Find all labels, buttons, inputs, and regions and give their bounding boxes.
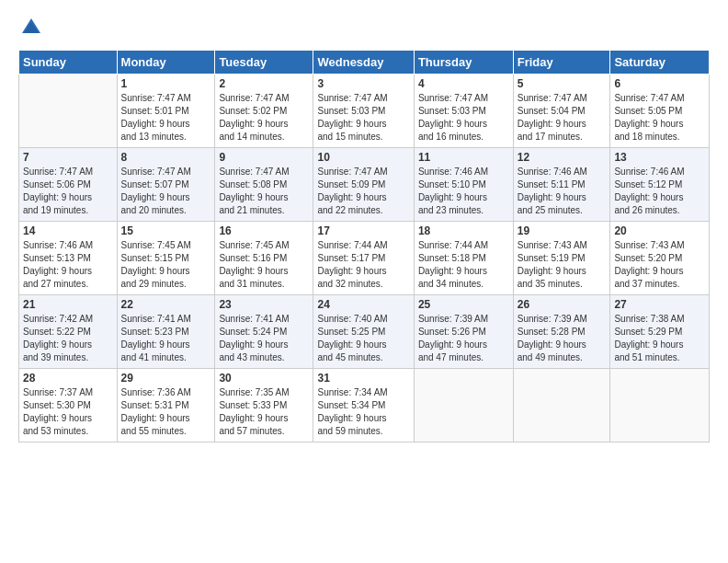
day-number: 7	[23, 151, 113, 164]
day-info: Sunrise: 7:35 AMSunset: 5:33 PMDaylight:…	[219, 386, 309, 438]
calendar-cell: 31Sunrise: 7:34 AMSunset: 5:34 PMDayligh…	[313, 369, 414, 442]
day-info: Sunrise: 7:39 AMSunset: 5:28 PMDaylight:…	[518, 313, 607, 364]
day-info: Sunrise: 7:47 AMSunset: 5:04 PMDaylight:…	[518, 92, 607, 144]
day-info: Sunrise: 7:47 AMSunset: 5:01 PMDaylight:…	[121, 92, 211, 144]
day-number: 4	[418, 77, 509, 90]
calendar-header-wednesday: Wednesday	[313, 51, 414, 75]
day-info: Sunrise: 7:34 AMSunset: 5:34 PMDaylight:…	[317, 386, 409, 438]
day-info: Sunrise: 7:47 AMSunset: 5:07 PMDaylight:…	[121, 166, 211, 217]
calendar-cell: 3Sunrise: 7:47 AMSunset: 5:03 PMDaylight…	[313, 75, 414, 148]
day-number: 12	[518, 151, 607, 164]
calendar-cell: 2Sunrise: 7:47 AMSunset: 5:02 PMDaylight…	[215, 75, 313, 148]
day-info: Sunrise: 7:47 AMSunset: 5:03 PMDaylight:…	[317, 92, 409, 144]
calendar-cell: 29Sunrise: 7:36 AMSunset: 5:31 PMDayligh…	[117, 369, 215, 442]
calendar-cell: 12Sunrise: 7:46 AMSunset: 5:11 PMDayligh…	[513, 148, 610, 222]
calendar-header-monday: Monday	[117, 51, 215, 75]
day-number: 5	[518, 77, 607, 90]
calendar-cell: 11Sunrise: 7:46 AMSunset: 5:10 PMDayligh…	[414, 148, 513, 222]
day-number: 31	[317, 372, 409, 385]
day-info: Sunrise: 7:46 AMSunset: 5:12 PMDaylight:…	[614, 166, 705, 217]
calendar-cell: 9Sunrise: 7:47 AMSunset: 5:08 PMDaylight…	[215, 148, 313, 222]
day-number: 14	[23, 224, 113, 237]
day-number: 26	[518, 298, 607, 311]
calendar-cell: 22Sunrise: 7:41 AMSunset: 5:23 PMDayligh…	[117, 295, 215, 369]
day-info: Sunrise: 7:47 AMSunset: 5:02 PMDaylight:…	[219, 92, 309, 144]
calendar-week-row: 28Sunrise: 7:37 AMSunset: 5:30 PMDayligh…	[19, 369, 710, 442]
day-number: 23	[219, 298, 309, 311]
calendar-cell: 7Sunrise: 7:47 AMSunset: 5:06 PMDaylight…	[19, 148, 118, 222]
day-number: 24	[317, 298, 409, 311]
day-info: Sunrise: 7:46 AMSunset: 5:11 PMDaylight:…	[518, 166, 607, 217]
logo-icon	[18, 15, 44, 40]
calendar-cell: 18Sunrise: 7:44 AMSunset: 5:18 PMDayligh…	[414, 222, 513, 295]
day-info: Sunrise: 7:47 AMSunset: 5:06 PMDaylight:…	[23, 166, 113, 217]
day-info: Sunrise: 7:40 AMSunset: 5:25 PMDaylight:…	[317, 313, 409, 364]
day-number: 19	[518, 224, 607, 237]
calendar-cell: 15Sunrise: 7:45 AMSunset: 5:15 PMDayligh…	[117, 222, 215, 295]
day-number: 9	[219, 151, 309, 164]
day-info: Sunrise: 7:42 AMSunset: 5:22 PMDaylight:…	[23, 313, 113, 364]
day-number: 11	[418, 151, 509, 164]
day-number: 6	[614, 77, 705, 90]
calendar-cell: 17Sunrise: 7:44 AMSunset: 5:17 PMDayligh…	[313, 222, 414, 295]
calendar-cell: 5Sunrise: 7:47 AMSunset: 5:04 PMDaylight…	[513, 75, 610, 148]
day-number: 10	[317, 151, 409, 164]
day-info: Sunrise: 7:43 AMSunset: 5:20 PMDaylight:…	[614, 239, 705, 291]
day-number: 17	[317, 224, 409, 237]
day-number: 3	[317, 77, 409, 90]
day-info: Sunrise: 7:44 AMSunset: 5:17 PMDaylight:…	[317, 239, 409, 291]
day-number: 28	[23, 372, 113, 385]
calendar-cell: 30Sunrise: 7:35 AMSunset: 5:33 PMDayligh…	[215, 369, 313, 442]
calendar-header-row: SundayMondayTuesdayWednesdayThursdayFrid…	[19, 51, 710, 75]
calendar-week-row: 21Sunrise: 7:42 AMSunset: 5:22 PMDayligh…	[19, 295, 710, 369]
day-number: 13	[614, 151, 705, 164]
day-info: Sunrise: 7:45 AMSunset: 5:15 PMDaylight:…	[121, 239, 211, 291]
day-number: 2	[219, 77, 309, 90]
calendar-cell: 4Sunrise: 7:47 AMSunset: 5:03 PMDaylight…	[414, 75, 513, 148]
day-info: Sunrise: 7:46 AMSunset: 5:13 PMDaylight:…	[23, 239, 113, 291]
day-info: Sunrise: 7:41 AMSunset: 5:23 PMDaylight:…	[121, 313, 211, 364]
calendar-cell: 23Sunrise: 7:41 AMSunset: 5:24 PMDayligh…	[215, 295, 313, 369]
day-info: Sunrise: 7:36 AMSunset: 5:31 PMDaylight:…	[121, 386, 211, 438]
calendar-cell: 10Sunrise: 7:47 AMSunset: 5:09 PMDayligh…	[313, 148, 414, 222]
day-info: Sunrise: 7:41 AMSunset: 5:24 PMDaylight:…	[219, 313, 309, 364]
day-number: 21	[23, 298, 113, 311]
header	[18, 15, 710, 40]
calendar-cell: 6Sunrise: 7:47 AMSunset: 5:05 PMDaylight…	[610, 75, 710, 148]
calendar-cell: 16Sunrise: 7:45 AMSunset: 5:16 PMDayligh…	[215, 222, 313, 295]
day-info: Sunrise: 7:37 AMSunset: 5:30 PMDaylight:…	[23, 386, 113, 438]
day-info: Sunrise: 7:45 AMSunset: 5:16 PMDaylight:…	[219, 239, 309, 291]
calendar-week-row: 7Sunrise: 7:47 AMSunset: 5:06 PMDaylight…	[19, 148, 710, 222]
day-number: 27	[614, 298, 705, 311]
calendar-cell: 26Sunrise: 7:39 AMSunset: 5:28 PMDayligh…	[513, 295, 610, 369]
calendar-header-saturday: Saturday	[610, 51, 710, 75]
main-container: SundayMondayTuesdayWednesdayThursdayFrid…	[0, 0, 728, 452]
logo	[18, 15, 48, 40]
calendar-cell: 8Sunrise: 7:47 AMSunset: 5:07 PMDaylight…	[117, 148, 215, 222]
calendar-header-friday: Friday	[513, 51, 610, 75]
day-number: 1	[121, 77, 211, 90]
day-number: 25	[418, 298, 509, 311]
day-info: Sunrise: 7:44 AMSunset: 5:18 PMDaylight:…	[418, 239, 509, 291]
calendar-cell	[513, 369, 610, 442]
calendar-cell	[414, 369, 513, 442]
calendar-cell: 1Sunrise: 7:47 AMSunset: 5:01 PMDaylight…	[117, 75, 215, 148]
calendar-cell: 28Sunrise: 7:37 AMSunset: 5:30 PMDayligh…	[19, 369, 118, 442]
calendar-cell	[19, 75, 118, 148]
calendar-cell: 24Sunrise: 7:40 AMSunset: 5:25 PMDayligh…	[313, 295, 414, 369]
day-info: Sunrise: 7:47 AMSunset: 5:05 PMDaylight:…	[614, 92, 705, 144]
day-number: 8	[121, 151, 211, 164]
day-info: Sunrise: 7:43 AMSunset: 5:19 PMDaylight:…	[518, 239, 607, 291]
day-number: 18	[418, 224, 509, 237]
calendar-cell: 25Sunrise: 7:39 AMSunset: 5:26 PMDayligh…	[414, 295, 513, 369]
calendar-cell: 13Sunrise: 7:46 AMSunset: 5:12 PMDayligh…	[610, 148, 710, 222]
calendar-cell: 27Sunrise: 7:38 AMSunset: 5:29 PMDayligh…	[610, 295, 710, 369]
day-number: 29	[121, 372, 211, 385]
day-number: 20	[614, 224, 705, 237]
day-info: Sunrise: 7:39 AMSunset: 5:26 PMDaylight:…	[418, 313, 509, 364]
day-info: Sunrise: 7:47 AMSunset: 5:08 PMDaylight:…	[219, 166, 309, 217]
day-number: 22	[121, 298, 211, 311]
calendar-cell: 19Sunrise: 7:43 AMSunset: 5:19 PMDayligh…	[513, 222, 610, 295]
day-number: 15	[121, 224, 211, 237]
day-info: Sunrise: 7:47 AMSunset: 5:09 PMDaylight:…	[317, 166, 409, 217]
